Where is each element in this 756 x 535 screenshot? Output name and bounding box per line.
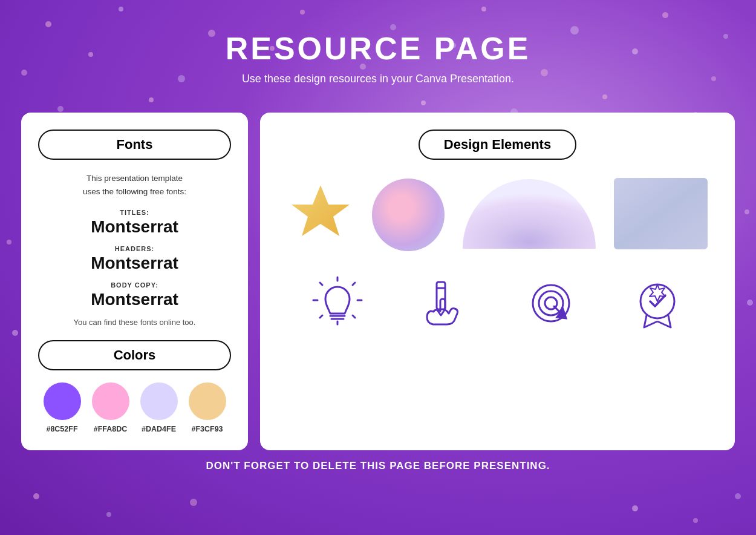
right-panel: Design Elements <box>260 113 735 450</box>
color-swatch-2: #DAD4FE <box>140 382 178 433</box>
font-label-headers: HEADERS: <box>38 245 231 252</box>
font-label-titles: TITLES: <box>38 209 231 216</box>
font-entry-headers: HEADERS: Montserrat <box>38 245 231 273</box>
svg-line-43 <box>320 315 322 318</box>
font-entry-titles: TITLES: Montserrat <box>38 209 231 237</box>
colors-label: Colors <box>38 340 231 370</box>
design-shapes-row <box>278 178 717 252</box>
svg-rect-36 <box>614 178 708 249</box>
award-badge-icon <box>627 276 688 336</box>
color-swatches: #8C52FF #FFA8DC #DAD4FE #F3CF93 <box>38 382 231 433</box>
color-circle-0 <box>44 382 81 420</box>
color-swatch-1: #FFA8DC <box>92 382 129 433</box>
page-header: RESOURCE PAGE Use these design resources… <box>0 0 756 85</box>
color-swatch-3: #F3CF93 <box>189 382 226 433</box>
font-name-body: Montserrat <box>91 290 178 309</box>
color-circle-2 <box>140 382 178 420</box>
color-circle-3 <box>189 382 226 420</box>
page-title: RESOURCE PAGE <box>0 30 756 67</box>
svg-marker-35 <box>292 185 350 236</box>
font-label-body: BODY COPY: <box>38 281 231 289</box>
color-hex-3: #F3CF93 <box>191 425 223 433</box>
color-hex-2: #DAD4FE <box>142 425 176 433</box>
color-circle-1 <box>92 382 129 420</box>
color-swatch-0: #8C52FF <box>44 382 81 433</box>
color-hex-1: #FFA8DC <box>94 425 128 433</box>
page-subtitle: Use these design resources in your Canva… <box>0 73 756 85</box>
fonts-description: This presentation templateuses the follo… <box>38 172 231 198</box>
font-name-titles: Montserrat <box>91 217 178 236</box>
main-content: Fonts This presentation templateuses the… <box>0 97 756 450</box>
pencil-hand-icon <box>414 276 474 336</box>
gradient-circle <box>372 179 445 251</box>
color-hex-0: #8C52FF <box>46 425 77 433</box>
colors-section: Colors #8C52FF #FFA8DC #DAD4FE #F3CF93 <box>38 340 231 433</box>
footer-text: DON'T FORGET TO DELETE THIS PAGE BEFORE … <box>0 460 756 472</box>
target-icon <box>521 276 581 336</box>
page-footer: DON'T FORGET TO DELETE THIS PAGE BEFORE … <box>0 450 756 472</box>
fonts-label: Fonts <box>38 130 231 160</box>
svg-line-40 <box>353 315 355 318</box>
left-panel: Fonts This presentation templateuses the… <box>21 113 248 450</box>
svg-line-38 <box>353 283 355 285</box>
lightbulb-icon <box>307 276 368 336</box>
star-shape <box>287 180 354 249</box>
design-elements-label: Design Elements <box>419 130 576 160</box>
half-circle <box>463 179 596 251</box>
font-name-headers: Montserrat <box>91 254 178 272</box>
font-entry-body: BODY COPY: Montserrat <box>38 281 231 309</box>
svg-line-41 <box>320 283 322 285</box>
fonts-note: You can find these fonts online too. <box>38 318 231 327</box>
design-icons-row <box>278 276 717 336</box>
rectangle-gradient <box>614 178 708 252</box>
